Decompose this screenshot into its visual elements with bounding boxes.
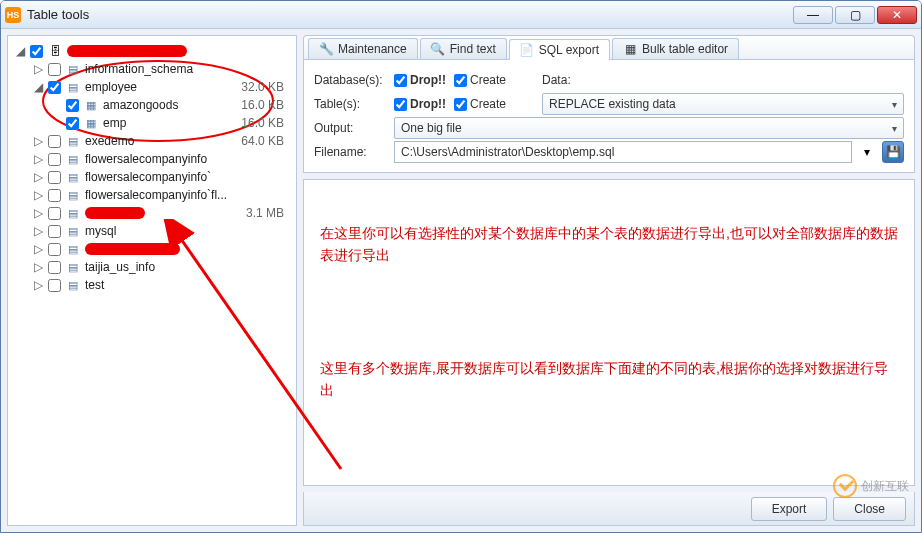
tree-table-item[interactable]: emp16.0 KB — [10, 114, 294, 132]
tab-find-text[interactable]: 🔍Find text — [420, 38, 507, 59]
save-file-button[interactable]: 💾 — [882, 141, 904, 163]
tree-item-label: employee — [85, 80, 235, 94]
tbl-create-checkbox[interactable]: Create — [454, 97, 506, 111]
data-mode-dropdown[interactable]: REPLACE existing data▾ — [542, 93, 904, 115]
tree-item-label: flowersalecompanyinfo` — [85, 170, 235, 184]
redacted-db-name — [85, 243, 180, 255]
window-buttons: — ▢ ✕ — [793, 6, 917, 24]
tree-item-size: 32.0 KB — [235, 80, 290, 94]
tree-item-checkbox[interactable] — [48, 81, 61, 94]
database-icon — [65, 133, 81, 149]
tab-icon: ▦ — [623, 42, 637, 56]
tree-item-size: 3.1 MB — [235, 206, 290, 220]
tab-sql-export[interactable]: 📄SQL export — [509, 39, 610, 60]
tree-item-label: amazongoods — [103, 98, 235, 112]
db-create-checkbox[interactable]: Create — [454, 73, 506, 87]
tbl-drop-checkbox[interactable]: Drop!! — [394, 97, 446, 111]
tree-database-item[interactable]: ◢employee32.0 KB — [10, 78, 294, 96]
tree-item-checkbox[interactable] — [48, 153, 61, 166]
expand-icon[interactable]: ▷ — [32, 188, 44, 202]
tree-database-item[interactable]: ▷flowersalecompanyinfo — [10, 150, 294, 168]
tree-database-item[interactable]: ▷flowersalecompanyinfo`fl... — [10, 186, 294, 204]
tree-item-checkbox[interactable] — [66, 117, 79, 130]
tree-item-label: flowersalecompanyinfo — [85, 152, 235, 166]
database-icon — [65, 79, 81, 95]
tree-database-item[interactable]: ▷exedemo64.0 KB — [10, 132, 294, 150]
tree-item-checkbox[interactable] — [48, 225, 61, 238]
filename-input[interactable] — [394, 141, 852, 163]
expand-icon[interactable]: ▷ — [32, 152, 44, 166]
tree-item-checkbox[interactable] — [48, 279, 61, 292]
tree-item-checkbox[interactable] — [48, 261, 61, 274]
annotation-text-1: 在这里你可以有选择性的对某个数据库中的某个表的数据进行导出,也可以对全部数据库的… — [320, 222, 898, 267]
output-label: Output: — [314, 121, 386, 135]
tabs-bar: 🔧Maintenance🔍Find text📄SQL export▦Bulk t… — [303, 35, 915, 59]
tree-item-checkbox[interactable] — [66, 99, 79, 112]
tree-item-checkbox[interactable] — [48, 243, 61, 256]
app-icon: HS — [5, 7, 21, 23]
titlebar: HS Table tools — ▢ ✕ — [1, 1, 921, 29]
close-button[interactable]: Close — [833, 497, 906, 521]
right-side: 🔧Maintenance🔍Find text📄SQL export▦Bulk t… — [303, 35, 915, 526]
chevron-down-icon: ▾ — [892, 99, 897, 110]
window-title: Table tools — [27, 7, 793, 22]
watermark-logo-icon — [833, 474, 857, 498]
tree-root-checkbox[interactable] — [30, 45, 43, 58]
expand-icon[interactable]: ▷ — [32, 242, 44, 256]
tree-database-item[interactable]: ▷flowersalecompanyinfo` — [10, 168, 294, 186]
tree-database-item[interactable]: ▷mysql — [10, 222, 294, 240]
tree-item-label: exedemo — [85, 134, 235, 148]
tree-item-size: 16.0 KB — [235, 116, 290, 130]
export-button[interactable]: Export — [751, 497, 828, 521]
tree-database-item[interactable]: ▷information_schema — [10, 60, 294, 78]
tree-item-checkbox[interactable] — [48, 63, 61, 76]
tree-item-checkbox[interactable] — [48, 189, 61, 202]
tree-item-checkbox[interactable] — [48, 171, 61, 184]
chevron-down-icon: ▾ — [892, 123, 897, 134]
expand-icon[interactable]: ▷ — [32, 134, 44, 148]
tree-item-checkbox[interactable] — [48, 135, 61, 148]
database-icon — [65, 205, 81, 221]
table-icon — [83, 115, 99, 131]
tree-database-item[interactable]: ▷ — [10, 240, 294, 258]
expand-icon[interactable]: ▷ — [32, 62, 44, 76]
tree-database-item[interactable]: ▷test — [10, 276, 294, 294]
filename-label: Filename: — [314, 145, 386, 159]
tree-item-label: taijia_us_info — [85, 260, 235, 274]
expand-icon[interactable]: ▷ — [32, 206, 44, 220]
database-icon — [65, 151, 81, 167]
close-window-button[interactable]: ✕ — [877, 6, 917, 24]
data-label: Data: — [542, 73, 592, 87]
expand-icon[interactable]: ▷ — [32, 278, 44, 292]
collapse-icon[interactable]: ◢ — [14, 44, 26, 58]
tab-label: Bulk table editor — [642, 42, 728, 56]
tree-database-item[interactable]: ▷3.1 MB — [10, 204, 294, 222]
tree-item-checkbox[interactable] — [48, 207, 61, 220]
database-icon — [65, 187, 81, 203]
expand-icon[interactable]: ◢ — [32, 80, 44, 94]
tab-maintenance[interactable]: 🔧Maintenance — [308, 38, 418, 59]
chevron-down-icon[interactable]: ▾ — [860, 145, 874, 159]
footer-bar: Export Close — [303, 492, 915, 526]
table-icon — [83, 97, 99, 113]
tree-item-label: emp — [103, 116, 235, 130]
server-icon — [47, 43, 63, 59]
output-mode-dropdown[interactable]: One big file▾ — [394, 117, 904, 139]
redacted-db-name — [85, 207, 145, 219]
maximize-button[interactable]: ▢ — [835, 6, 875, 24]
tree-database-item[interactable]: ▷taijia_us_info — [10, 258, 294, 276]
db-drop-checkbox[interactable]: Drop!! — [394, 73, 446, 87]
expand-icon[interactable]: ▷ — [32, 260, 44, 274]
tree-table-item[interactable]: amazongoods16.0 KB — [10, 96, 294, 114]
tree-item-label: test — [85, 278, 235, 292]
tab-icon: 📄 — [520, 43, 534, 57]
tree-root-server[interactable]: ◢ — [10, 42, 294, 60]
expand-icon[interactable]: ▷ — [32, 224, 44, 238]
database-icon — [65, 259, 81, 275]
minimize-button[interactable]: — — [793, 6, 833, 24]
annotation-text-2: 这里有多个数据库,展开数据库可以看到数据库下面建的不同的表,根据你的选择对数据进… — [320, 357, 898, 402]
expand-icon[interactable]: ▷ — [32, 170, 44, 184]
tree-item-label: flowersalecompanyinfo`fl... — [85, 188, 235, 202]
table-label: Table(s): — [314, 97, 386, 111]
tab-bulk-table-editor[interactable]: ▦Bulk table editor — [612, 38, 739, 59]
